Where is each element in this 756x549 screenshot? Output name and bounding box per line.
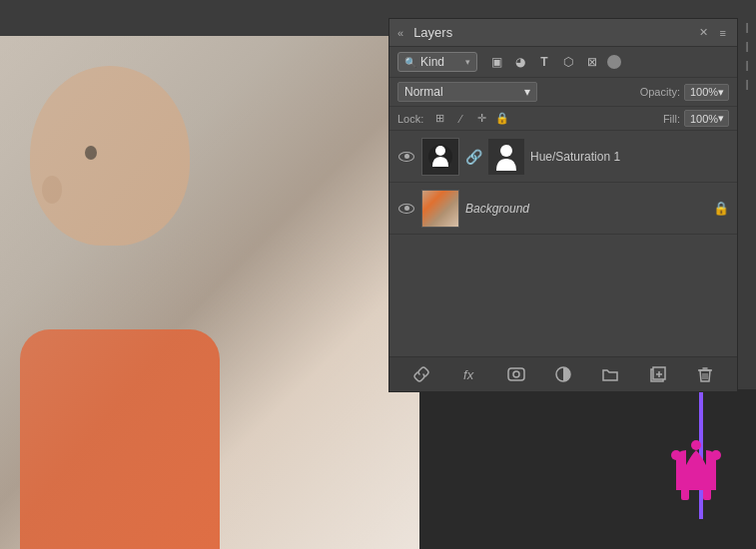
new-layer-icon	[650, 366, 666, 382]
svg-point-10	[513, 371, 519, 377]
pixel-filter-icon[interactable]	[607, 55, 621, 69]
kind-dropdown[interactable]: 🔍 Kind ▾	[397, 52, 477, 72]
search-icon: 🔍	[404, 57, 416, 68]
sidebar-tool-4[interactable]: |	[746, 79, 749, 90]
blend-row: Normal ▾ Opacity: 100% ▾	[389, 78, 737, 107]
fill-section: Fill: 100% ▾	[663, 110, 729, 127]
svg-point-6	[435, 146, 445, 156]
lock-label: Lock:	[397, 113, 423, 125]
svg-point-0	[671, 450, 681, 460]
eye-icon-background	[398, 204, 414, 214]
trash-icon	[698, 366, 712, 382]
link-layers-button[interactable]	[410, 363, 432, 385]
layers-panel: « Layers ✕ ≡ 🔍 Kind ▾ ▣ ◕ T ⬡ ⊠ Normal ▾	[388, 18, 738, 392]
smart-filter-icon[interactable]: ⊠	[583, 53, 601, 71]
blend-mode-arrow-icon: ▾	[524, 85, 530, 99]
filter-icons: ▣ ◕ T ⬡ ⊠	[487, 53, 621, 71]
blend-mode-dropdown[interactable]: Normal ▾	[397, 82, 537, 102]
layer-name-hue-sat: Hue/Saturation 1	[530, 150, 729, 164]
layer-thumb-hue-sat	[421, 138, 459, 176]
layer-row-background[interactable]: Background 🔒	[389, 183, 737, 235]
eye-icon-hue-sat	[398, 152, 414, 162]
lock-image-icon[interactable]: ∕	[452, 111, 468, 127]
baby-photo	[0, 36, 419, 549]
svg-point-2	[691, 440, 701, 450]
lock-icons: ⊞ ∕ ✛ 🔒	[431, 111, 510, 127]
filter-bar: 🔍 Kind ▾ ▣ ◕ T ⬡ ⊠	[389, 47, 737, 78]
opacity-section: Opacity: 100% ▾	[640, 84, 729, 101]
svg-point-1	[711, 450, 721, 460]
adjustment-icon	[555, 366, 571, 382]
svg-rect-9	[508, 368, 524, 380]
shape-filter-icon[interactable]: ⬡	[559, 53, 577, 71]
opacity-label: Opacity:	[640, 86, 680, 98]
image-filter-icon[interactable]: ▣	[487, 53, 505, 71]
layer-link-icon-hue-sat: 🔗	[465, 149, 482, 165]
panel-bottom-toolbar: fx	[389, 356, 737, 391]
sidebar-tool-3[interactable]: |	[746, 60, 749, 71]
delete-layer-button[interactable]	[694, 363, 716, 385]
blend-mode-label: Normal	[404, 85, 443, 99]
svg-rect-4	[703, 488, 711, 500]
fx-button[interactable]: fx	[457, 363, 479, 385]
type-filter-icon[interactable]: T	[535, 53, 553, 71]
lock-row: Lock: ⊞ ∕ ✛ 🔒 Fill: 100% ▾	[389, 107, 737, 131]
fill-arrow-icon: ▾	[718, 112, 724, 125]
hue-sat-icon	[424, 141, 456, 173]
new-group-button[interactable]	[599, 363, 621, 385]
panel-title: Layers	[413, 25, 452, 40]
right-side-toolbar: | | | |	[738, 22, 756, 90]
sidebar-tool-2[interactable]: |	[746, 41, 749, 52]
lock-pixels-icon[interactable]: ⊞	[431, 111, 447, 127]
panel-controls: ✕ ≡	[696, 26, 729, 39]
hue-sat-adjustment-icon	[422, 139, 458, 175]
layer-name-background: Background	[465, 202, 707, 216]
layers-list: 🔗 Hue/Saturation 1 Background	[389, 131, 737, 356]
new-layer-button[interactable]	[647, 363, 669, 385]
lock-all-icon[interactable]: 🔒	[494, 111, 510, 127]
bg-thumb-image	[422, 191, 458, 227]
photo-fade	[0, 36, 419, 549]
logo-icon	[656, 430, 736, 510]
adjustment-filter-icon[interactable]: ◕	[511, 53, 529, 71]
lock-position-icon[interactable]: ✛	[473, 111, 489, 127]
kind-label: Kind	[420, 55, 444, 69]
sidebar-tool-1[interactable]: |	[746, 22, 749, 33]
logo-area	[656, 430, 736, 519]
svg-point-8	[500, 145, 512, 157]
panel-collapse-icon[interactable]: «	[397, 27, 403, 39]
kind-arrow-icon: ▾	[465, 57, 470, 67]
panel-close-button[interactable]: ✕	[696, 26, 711, 39]
fill-value[interactable]: 100% ▾	[684, 110, 729, 127]
photo-area	[0, 36, 419, 549]
opacity-value[interactable]: 100% ▾	[684, 84, 729, 101]
panel-titlebar: « Layers ✕ ≡	[389, 19, 737, 47]
layer-visibility-background[interactable]	[397, 200, 415, 218]
layer-visibility-hue-sat[interactable]	[397, 148, 415, 166]
mask-person-icon	[490, 141, 522, 173]
link-icon	[413, 366, 429, 382]
opacity-arrow-icon: ▾	[718, 86, 724, 99]
new-adjustment-button[interactable]	[552, 363, 574, 385]
layer-lock-icon-background: 🔒	[713, 201, 729, 216]
mask-icon	[507, 367, 525, 381]
panel-menu-button[interactable]: ≡	[717, 27, 729, 39]
folder-icon	[602, 367, 618, 381]
svg-rect-3	[681, 488, 689, 500]
layer-row-hue-sat[interactable]: 🔗 Hue/Saturation 1	[389, 131, 737, 183]
fill-label: Fill:	[663, 113, 680, 125]
layer-mask-thumb-hue-sat	[488, 139, 524, 175]
add-mask-button[interactable]	[505, 363, 527, 385]
layer-thumb-background	[421, 190, 459, 228]
